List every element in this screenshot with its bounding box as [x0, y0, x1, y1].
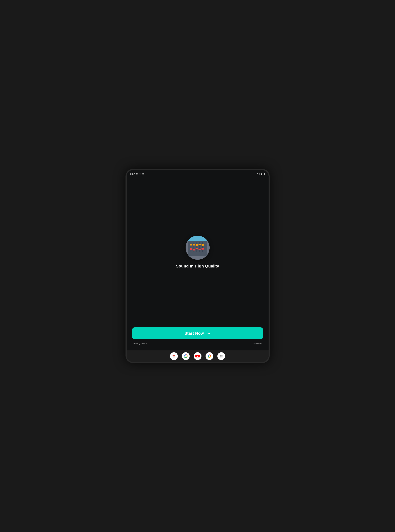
- svg-rect-13: [202, 244, 204, 246]
- svg-point-34: [221, 356, 222, 356]
- svg-point-31: [221, 355, 222, 356]
- status-right: ▾◂ ▲ ▮: [257, 172, 265, 175]
- status-bar: 8:57 ⚙ 🛡 ⚙ ▾◂ ▲ ▮: [127, 170, 269, 177]
- svg-rect-15: [193, 249, 195, 251]
- signal-icon: ▲: [260, 172, 263, 175]
- tablet-frame: 8:57 ⚙ 🛡 ⚙ ▾◂ ▲ ▮: [126, 169, 270, 363]
- nav-chrome-icon[interactable]: [182, 352, 190, 360]
- svg-point-38: [222, 357, 223, 357]
- arrow-icon: →: [207, 331, 210, 335]
- nav-bar: [127, 350, 269, 362]
- nav-photos-icon[interactable]: [206, 352, 213, 360]
- svg-point-28: [209, 355, 210, 357]
- status-left: 8:57 ⚙ 🛡 ⚙: [130, 172, 144, 175]
- svg-rect-11: [196, 244, 198, 246]
- svg-point-32: [222, 355, 223, 356]
- svg-rect-10: [193, 244, 195, 246]
- svg-point-37: [221, 357, 222, 357]
- svg-rect-16: [196, 248, 198, 249]
- svg-rect-18: [202, 248, 204, 250]
- svg-point-22: [185, 355, 187, 357]
- svg-rect-17: [198, 249, 201, 250]
- svg-rect-4: [191, 242, 191, 252]
- nav-youtube-icon[interactable]: [194, 352, 202, 360]
- shield-icon: 🛡: [139, 173, 141, 175]
- svg-rect-2: [186, 238, 210, 241]
- footer-links: Privacy Policy Disclaimer: [132, 342, 263, 345]
- nav-more-icon[interactable]: [217, 352, 225, 360]
- svg-point-33: [220, 356, 221, 356]
- start-now-label: Start Now: [185, 331, 204, 336]
- settings-icon: ⚙: [142, 173, 144, 175]
- svg-point-30: [220, 355, 221, 356]
- app-title: Sound In High Quality: [176, 264, 219, 269]
- nav-gmail-icon[interactable]: [170, 352, 178, 360]
- svg-rect-12: [198, 244, 201, 245]
- bottom-section: Start Now → Privacy Policy Disclaimer: [127, 327, 269, 350]
- start-now-button[interactable]: Start Now →: [132, 327, 263, 339]
- main-content: Sound In High Quality: [127, 177, 269, 327]
- battery-icon: ▮: [263, 172, 265, 175]
- svg-point-36: [220, 357, 221, 357]
- svg-rect-5: [193, 242, 194, 252]
- svg-rect-14: [190, 248, 192, 250]
- app-icon: [186, 236, 210, 260]
- svg-rect-9: [190, 244, 192, 246]
- svg-rect-8: [202, 242, 203, 252]
- svg-rect-6: [197, 242, 197, 252]
- status-time: 8:57: [130, 172, 135, 175]
- privacy-policy-link[interactable]: Privacy Policy: [133, 342, 147, 345]
- wifi-icon: ▾◂: [257, 172, 259, 175]
- svg-point-35: [222, 356, 223, 356]
- disclaimer-link[interactable]: Disclaimer: [252, 342, 262, 345]
- screen: 8:57 ⚙ 🛡 ⚙ ▾◂ ▲ ▮: [127, 170, 269, 362]
- notification-icon: ⚙: [136, 173, 138, 175]
